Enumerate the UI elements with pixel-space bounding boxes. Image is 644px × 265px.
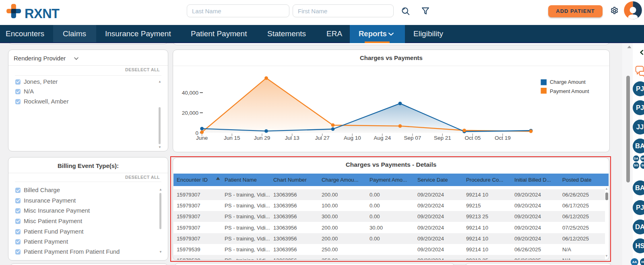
svg-text:Oct 05: Oct 05 bbox=[464, 135, 481, 141]
svg-text:Jun 15: Jun 15 bbox=[224, 135, 240, 141]
svg-text:Jun 29: Jun 29 bbox=[254, 135, 270, 141]
svg-text:Aug 10: Aug 10 bbox=[344, 135, 361, 141]
svg-text:RXNT: RXNT bbox=[25, 6, 60, 21]
svg-text:Jul 27: Jul 27 bbox=[315, 135, 330, 141]
svg-text:20,000: 20,000 bbox=[182, 110, 198, 116]
svg-text:Sep 07: Sep 07 bbox=[404, 135, 421, 141]
svg-text:Jul 13: Jul 13 bbox=[285, 135, 299, 141]
svg-text:Aug 24: Aug 24 bbox=[374, 135, 391, 141]
svg-text:Charge Amount: Charge Amount bbox=[550, 79, 586, 85]
svg-text:Sep 21: Sep 21 bbox=[434, 135, 451, 141]
svg-text:Oct 19: Oct 19 bbox=[495, 135, 511, 141]
svg-text:40,000: 40,000 bbox=[182, 90, 198, 96]
svg-text:Payment Amount: Payment Amount bbox=[550, 88, 589, 94]
svg-text:June: June bbox=[196, 135, 208, 141]
